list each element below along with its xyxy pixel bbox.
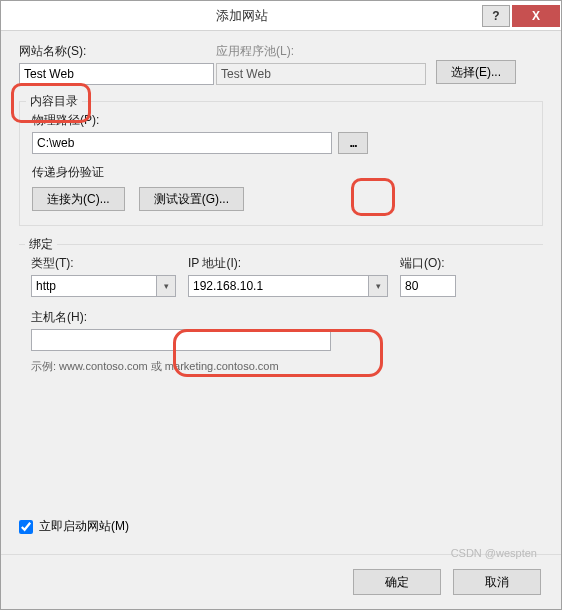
dialog-content: 网站名称(S): 应用程序池(L): 选择(E)... 内容目录 物理路径(P)… [1,31,561,609]
physical-path-label: 物理路径(P): [32,112,530,129]
site-name-label: 网站名称(S): [19,43,214,60]
app-pool-label: 应用程序池(L): [216,43,426,60]
ip-label: IP 地址(I): [188,255,388,272]
ip-select[interactable]: ▾ [188,275,388,297]
ok-button[interactable]: 确定 [353,569,441,595]
close-button[interactable]: X [512,5,560,27]
port-input[interactable] [400,275,456,297]
port-label: 端口(O): [400,255,460,272]
help-button[interactable]: ? [482,5,510,27]
start-now-row[interactable]: 立即启动网站(M) [19,518,129,535]
hostname-input[interactable] [31,329,331,351]
browse-button[interactable]: ... [338,132,368,154]
hostname-example: 示例: www.contoso.com 或 marketing.contoso.… [31,359,531,374]
ellipsis-icon: ... [349,136,356,150]
content-directory-legend: 内容目录 [26,93,82,110]
start-now-checkbox[interactable] [19,520,33,534]
dialog-footer: 确定 取消 [1,554,561,609]
binding-legend: 绑定 [25,236,57,253]
type-value [31,275,156,297]
binding-group: 绑定 类型(T): ▾ IP 地址(I): ▾ [19,244,543,378]
start-now-label: 立即启动网站(M) [39,518,129,535]
close-icon: X [532,9,540,23]
content-directory-group: 内容目录 物理路径(P): ... 传递身份验证 连接为(C)... 测试设置(… [19,101,543,226]
cancel-button[interactable]: 取消 [453,569,541,595]
help-icon: ? [492,9,499,23]
chevron-down-icon: ▾ [368,275,388,297]
select-pool-button[interactable]: 选择(E)... [436,60,516,84]
app-pool-input [216,63,426,85]
connect-as-button[interactable]: 连接为(C)... [32,187,125,211]
site-name-input[interactable] [19,63,214,85]
passthrough-auth-label: 传递身份验证 [32,164,530,181]
add-website-dialog: 添加网站 ? X 网站名称(S): 应用程序池(L): 选择(E)... 内容目… [0,0,562,610]
dialog-title: 添加网站 [1,7,482,25]
ip-input[interactable] [188,275,368,297]
type-label: 类型(T): [31,255,176,272]
hostname-label: 主机名(H): [31,309,531,326]
titlebar: 添加网站 ? X [1,1,561,31]
type-select[interactable]: ▾ [31,275,176,297]
physical-path-input[interactable] [32,132,332,154]
watermark: CSDN @wespten [451,547,537,559]
chevron-down-icon: ▾ [156,275,176,297]
test-settings-button[interactable]: 测试设置(G)... [139,187,244,211]
